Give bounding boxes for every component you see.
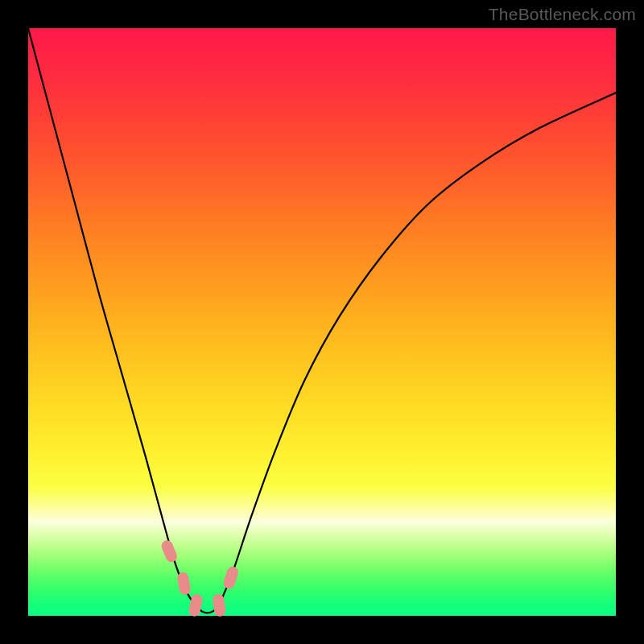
bottleneck-curve xyxy=(28,28,616,613)
curve-marker xyxy=(222,565,240,590)
plot-area xyxy=(28,28,616,616)
curve-marker xyxy=(159,539,178,564)
curve-marker xyxy=(212,593,226,617)
watermark-text: TheBottleneck.com xyxy=(489,5,636,24)
chart-frame: TheBottleneck.com xyxy=(0,0,644,644)
chart-svg xyxy=(28,28,616,616)
markers xyxy=(159,539,239,617)
curve-marker xyxy=(176,572,192,596)
